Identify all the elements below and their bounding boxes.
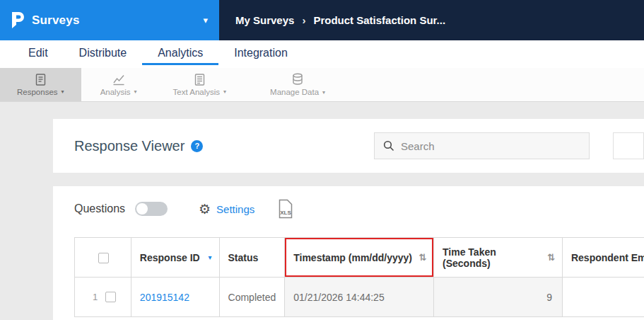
column-label: Respondent Em <box>571 252 644 263</box>
column-respondent-email[interactable]: Respondent Em ⇅ <box>562 238 644 278</box>
column-label: Response ID <box>140 252 200 263</box>
timestamp-cell: 01/21/2026 14:44:25 <box>285 278 434 317</box>
response-viewer-header: Response Viewer ? <box>53 119 644 173</box>
viewer-controls: Questions ⚙ Settings XLS <box>74 199 644 219</box>
toolbar-item-manage-data[interactable]: Manage Data▾ <box>253 68 342 101</box>
tab-edit[interactable]: Edit <box>13 43 64 65</box>
toolbar-item-label: Text Analysis <box>173 88 220 96</box>
database-icon <box>291 73 304 86</box>
breadcrumb-current: Product Satisfaction Sur... <box>313 14 445 26</box>
row-select-cell: 1 <box>75 278 131 317</box>
breadcrumb-parent[interactable]: My Surveys <box>235 14 294 26</box>
select-all-checkbox[interactable] <box>98 253 109 263</box>
column-time-taken[interactable]: Time Taken (Seconds) ⇅ <box>434 238 563 278</box>
help-icon[interactable]: ? <box>191 140 203 152</box>
toolbar-item-label: Analysis <box>100 88 131 96</box>
svg-text:XLS: XLS <box>281 210 292 216</box>
response-viewer-body: Questions ⚙ Settings XLS <box>53 186 644 320</box>
toggle-knob <box>136 203 148 215</box>
app-window: Surveys ▾ My Surveys › Product Satisfact… <box>0 0 644 320</box>
brand-dropdown-caret-icon[interactable]: ▾ <box>203 15 208 25</box>
table-row: 1 201915142 Completed 01/21/2026 14:44:2… <box>75 278 644 317</box>
time-taken-cell: 9 <box>434 278 563 317</box>
questions-label: Questions <box>74 202 125 215</box>
brand-name: Surveys <box>32 13 80 28</box>
text-analysis-icon <box>194 74 206 86</box>
search-input[interactable] <box>401 140 580 152</box>
xls-export-icon[interactable]: XLS <box>277 199 294 219</box>
tab-distribute[interactable]: Distribute <box>64 43 143 65</box>
search-box <box>374 132 590 159</box>
respondent-email-cell <box>562 278 644 317</box>
responses-table: Response ID ▾ Status Timestamp (mm/dd/yy… <box>74 237 644 317</box>
sort-icon[interactable]: ⇅ <box>418 252 426 263</box>
gear-icon[interactable]: ⚙ <box>199 202 211 216</box>
brand-logo-icon <box>10 12 25 28</box>
responses-icon <box>34 74 47 86</box>
toolbar-item-analysis[interactable]: Analysis▾ <box>81 68 156 101</box>
search-icon <box>383 140 394 152</box>
toolbar-item-text-analysis[interactable]: Text Analysis▾ <box>156 68 244 101</box>
questions-toggle[interactable] <box>135 202 168 216</box>
chevron-down-icon: ▾ <box>322 89 325 96</box>
chevron-down-icon: ▾ <box>62 88 64 95</box>
settings-link[interactable]: Settings <box>216 203 254 215</box>
analysis-chart-icon <box>112 74 125 86</box>
page-title: Response Viewer ? <box>74 138 203 154</box>
row-number: 1 <box>93 292 98 302</box>
breadcrumb-separator-icon: › <box>302 14 305 26</box>
response-id-link[interactable]: 201915142 <box>140 292 189 303</box>
column-label: Timestamp (mm/dd/yyyy) <box>293 252 412 263</box>
tab-analytics[interactable]: Analytics <box>142 43 218 65</box>
chevron-down-icon: ▾ <box>134 88 136 95</box>
top-header: Surveys ▾ My Surveys › Product Satisfact… <box>0 0 644 40</box>
toolbar-item-label: Manage Data <box>270 88 319 96</box>
column-response-id[interactable]: Response ID ▾ <box>131 238 219 278</box>
product-switcher[interactable]: Surveys ▾ <box>0 0 219 40</box>
main-nav: Edit Distribute Analytics Integration <box>0 40 644 68</box>
content-area: Response Viewer ? Questions ⚙ Settings <box>0 102 644 320</box>
truncated-right-control[interactable] <box>613 132 644 159</box>
filter-caret-icon[interactable]: ▾ <box>209 253 212 261</box>
breadcrumb: My Surveys › Product Satisfaction Sur... <box>219 0 644 40</box>
column-label: Time Taken (Seconds) <box>443 246 541 269</box>
analytics-toolbar: Responses▾ Analysis▾ Text A <box>0 68 644 102</box>
chevron-down-icon: ▾ <box>223 88 226 95</box>
column-timestamp[interactable]: Timestamp (mm/dd/yyyy) ⇅ <box>285 238 434 278</box>
row-checkbox[interactable] <box>105 292 116 302</box>
select-all-cell <box>75 238 131 278</box>
response-id-cell: 201915142 <box>131 278 219 317</box>
column-label: Status <box>228 252 259 263</box>
tab-integration[interactable]: Integration <box>218 43 303 65</box>
table-header-row: Response ID ▾ Status Timestamp (mm/dd/yy… <box>75 238 644 278</box>
toolbar-item-label: Responses <box>17 88 58 96</box>
toolbar-item-responses[interactable]: Responses▾ <box>0 68 81 101</box>
page-title-text: Response Viewer <box>74 138 185 154</box>
sort-icon[interactable]: ⇅ <box>547 252 555 263</box>
column-status[interactable]: Status <box>219 238 285 278</box>
status-cell: Completed <box>219 278 285 317</box>
